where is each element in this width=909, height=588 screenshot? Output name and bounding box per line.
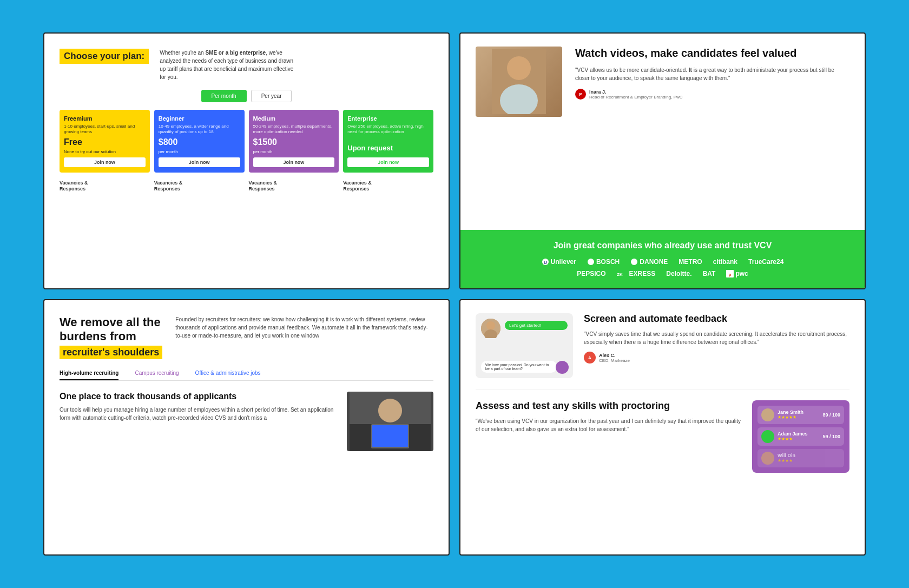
chat-avatar-main — [481, 319, 500, 338]
plan-card-enterprise: Enterprise Over 250 employees, active hi… — [343, 110, 433, 173]
plan-title-box: Choose your plan: — [60, 49, 149, 81]
screen-author: A Alex C. CEO, Markeaze — [584, 352, 849, 364]
score-name-1: Jane Smith — [778, 409, 819, 415]
plan-name-freemium: Freemium — [64, 115, 146, 122]
plan-price-sub-medium: per month — [253, 149, 335, 154]
plan-desc-medium: 50-249 employees, multiple departments, … — [253, 124, 335, 135]
plan-toggle: Per month Per year — [60, 90, 433, 102]
feature-freemium: Vacancies &Responses — [60, 180, 150, 193]
plan-join-btn-beginner[interactable]: Join now — [159, 157, 240, 167]
author-name: Inara J. — [589, 89, 683, 95]
watch-quote: "VCV allows us to be more candidate-orie… — [575, 66, 849, 82]
plan-price-beginner: $800 — [159, 137, 240, 147]
score-stars-3: ★★★★ — [778, 458, 837, 463]
scores-card: Jane Smith ★★★★★ 89 / 100 Adam James ★★★… — [752, 400, 849, 473]
score-info-3: Will Din ★★★★ — [778, 453, 837, 463]
score-val-1: 89 / 100 — [822, 412, 840, 418]
plan-price-sub-beginner: per month — [159, 149, 240, 154]
plan-name-enterprise: Enterprise — [347, 115, 429, 122]
logo-deloitte: Deloitte. — [666, 270, 691, 278]
score-info-1: Jane Smith ★★★★★ — [778, 409, 819, 420]
plan-card-medium: Medium 50-249 employees, multiple depart… — [249, 110, 339, 173]
svg-point-1 — [507, 56, 531, 80]
logos-row-1: U Unilever BOSCH DANONE METRO citibank T… — [476, 258, 849, 266]
score-stars-1: ★★★★★ — [778, 415, 819, 420]
logo-metro: METRO — [679, 258, 702, 266]
svg-text:U: U — [544, 260, 547, 265]
logo-exress: ZK EXRESS — [617, 270, 656, 278]
panel2-text: Watch videos, make candidates feel value… — [562, 47, 849, 219]
svg-point-5 — [588, 259, 594, 265]
plan-desc-enterprise: Over 250 employees, active hiring, high … — [347, 124, 429, 142]
chat-bubble-1: Let's get started! — [505, 321, 568, 330]
plan-desc-freemium: 1-10 employees, start-ups, small and gro… — [64, 124, 146, 135]
logo-bat: BAT — [703, 270, 716, 278]
logo-bosch: BOSCH — [587, 258, 620, 266]
screen-text: Screen and automate feedback "VCV simply… — [584, 313, 849, 378]
screen-author-title: CEO, Markeaze — [599, 358, 630, 363]
plan-join-btn-medium[interactable]: Join now — [253, 157, 335, 167]
logo-unilever: U Unilever — [542, 258, 576, 266]
toggle-per-year[interactable]: Per year — [251, 90, 292, 102]
score-name-2: Adam James — [778, 431, 819, 437]
score-avatar-3 — [761, 452, 774, 465]
trust-title: Join great companies who already use and… — [476, 241, 849, 250]
svg-point-12 — [378, 399, 402, 422]
screen-quote: "VCV simply saves time that we usually s… — [584, 330, 849, 346]
track-desc: Our tools will help you manage hiring a … — [60, 406, 336, 422]
plans-features-row: Vacancies &Responses Vacancies &Response… — [60, 180, 433, 193]
feature-beginner: Vacancies &Responses — [154, 180, 245, 193]
plan-join-btn-freemium[interactable]: Join now — [64, 157, 146, 167]
panel-watch-videos: Watch videos, make candidates feel value… — [459, 32, 866, 289]
panel2-bottom-trust: Join great companies who already use and… — [460, 230, 865, 288]
burden-description: Founded by recruiters for recruiters: we… — [175, 315, 433, 360]
author-logo-pwc: P — [575, 89, 586, 100]
score-info-2: Adam James ★★★★ — [778, 431, 819, 441]
logo-pwc: p pwc — [726, 270, 748, 278]
panel-screen-assess: Let's get started! We love your passion!… — [459, 299, 866, 556]
main-grid: Choose your plan: Whether you're an SME … — [0, 0, 909, 588]
svg-text:p: p — [729, 272, 732, 277]
panel2-top: Watch videos, make candidates feel value… — [460, 34, 865, 230]
plan-join-btn-enterprise[interactable]: Join now — [347, 157, 429, 167]
screen-author-avatar: A — [584, 352, 596, 364]
panel-remove-burdens: We remove all theburdens from recruiter'… — [43, 299, 450, 556]
plan-title: Choose your plan: — [60, 49, 149, 64]
logo-citibank: citibank — [713, 258, 737, 266]
plan-name-beginner: Beginner — [159, 115, 240, 122]
assess-section: Assess and test any skills with proctori… — [476, 400, 849, 473]
tab-office[interactable]: Office & administrative jobs — [195, 370, 261, 380]
svg-point-16 — [486, 321, 495, 330]
score-row-3: Will Din ★★★★ — [758, 449, 844, 467]
burden-title-block: We remove all theburdens from recruiter'… — [60, 315, 162, 360]
score-avatar-1 — [761, 408, 774, 421]
plan-description: Whether you're an SME or a big enterpris… — [160, 49, 300, 81]
tab-high-volume[interactable]: High-volume recruiting — [60, 370, 118, 380]
toggle-per-month[interactable]: Per month — [201, 90, 247, 102]
score-val-2: 59 / 100 — [822, 434, 840, 439]
chat-avatar-2 — [556, 361, 569, 374]
plan-price-medium: $1500 — [253, 137, 335, 147]
logo-pepsico: PEPSICO — [577, 270, 605, 278]
watch-author: P Inara J. Head of Recruitment & Employe… — [575, 89, 849, 100]
tab-campus[interactable]: Campus recruiting — [135, 370, 179, 380]
plans-row: Freemium 1-10 employees, start-ups, smal… — [60, 110, 433, 173]
logos-row-2: PEPSICO ZK EXRESS Deloitte. BAT p pwc — [476, 270, 849, 278]
track-text: One place to track thousands of applican… — [60, 392, 336, 451]
screen-author-info: Alex C. CEO, Markeaze — [599, 353, 630, 363]
plan-card-beginner: Beginner 10-49 employees, a wider range … — [154, 110, 245, 173]
track-section: One place to track thousands of applican… — [60, 392, 433, 451]
plan-price-sub-freemium: None to try out our solution — [64, 149, 146, 154]
plan-desc-beginner: 10-49 employees, a wider range and quant… — [159, 124, 240, 135]
video-thumbnail — [476, 47, 562, 117]
plan-price-enterprise: Upon request — [347, 144, 429, 152]
score-row-2: Adam James ★★★★ 59 / 100 — [758, 427, 844, 446]
screen-author-name: Alex C. — [599, 353, 630, 358]
score-avatar-2 — [761, 430, 774, 443]
tabs-row: High-volume recruiting Campus recruiting… — [60, 370, 433, 381]
feature-medium: Vacancies &Responses — [249, 180, 339, 193]
burden-header: We remove all theburdens from recruiter'… — [60, 315, 433, 360]
burden-highlight: recruiter's shoulders — [60, 346, 162, 359]
assess-quote: "We've been using VCV in our organizatio… — [476, 417, 741, 433]
chat-mockup: Let's get started! We love your passion!… — [476, 313, 573, 378]
